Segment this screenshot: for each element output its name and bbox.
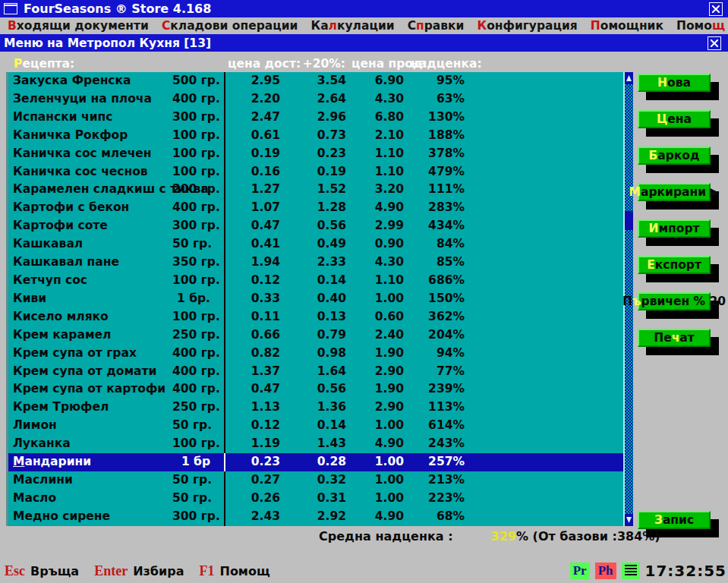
recipe-quantity: 100 гр. bbox=[172, 435, 219, 453]
recipe-margin: 378% bbox=[413, 145, 474, 163]
column-separator bbox=[219, 417, 230, 435]
recipe-cost-price: 0.61 bbox=[230, 127, 288, 145]
column-separator bbox=[219, 109, 230, 127]
table-row[interactable]: Кашкавал 50 гр. 0.41 0.49 0.90 84% bbox=[8, 235, 623, 254]
recipe-quantity: 350 гр. bbox=[172, 254, 219, 272]
printer-indicator[interactable]: Pr bbox=[570, 563, 590, 579]
header-margin: надценка: bbox=[411, 57, 471, 71]
table-row[interactable]: Кашкавал пане 350 гр. 1.94 2.33 4.30 85% bbox=[8, 254, 623, 272]
recipe-name: Зеленчуци на плоча bbox=[8, 90, 172, 109]
recipe-quantity: 1 бр. bbox=[172, 290, 219, 308]
scrollbar-thumb[interactable] bbox=[625, 211, 633, 230]
table-row[interactable]: Крем Трюфел 250 гр. 1.13 1.36 2.90 113% bbox=[8, 399, 623, 417]
recipe-cost-price: 2.95 bbox=[230, 72, 288, 90]
recipe-quantity: 300 гр. bbox=[172, 508, 219, 526]
action-button[interactable]: Първичен % 20 bbox=[638, 292, 711, 310]
table-row[interactable]: Медно сирене 300 гр. 2.43 2.92 4.90 68% bbox=[8, 508, 623, 526]
phone-indicator[interactable]: Ph bbox=[595, 563, 616, 579]
recipe-margin: 479% bbox=[413, 163, 474, 181]
menu-item[interactable]: Складови операции bbox=[162, 19, 298, 33]
close-icon bbox=[712, 5, 720, 13]
recipe-plus20: 0.49 bbox=[288, 235, 354, 254]
column-separator bbox=[219, 254, 230, 272]
column-separator bbox=[219, 163, 230, 181]
recipe-name: Крем Трюфел bbox=[8, 399, 172, 417]
table-row[interactable]: Лимон 50 гр. 0.12 0.14 1.00 614% bbox=[8, 417, 623, 435]
scroll-down-button[interactable] bbox=[625, 514, 633, 526]
recipe-name: Крем супа от грах bbox=[8, 345, 172, 363]
table-row[interactable]: Каничка сос млечен 100 гр. 0.19 0.23 1.1… bbox=[8, 145, 623, 163]
table-row[interactable]: Крем супа от грах 400 гр. 0.82 0.98 1.90… bbox=[8, 345, 623, 363]
recipe-cost-price: 1.07 bbox=[230, 199, 288, 217]
recipe-name: Луканка bbox=[8, 435, 172, 453]
menu-item[interactable]: Входящи документи bbox=[8, 19, 149, 33]
menu-item[interactable]: Помощник bbox=[591, 19, 663, 33]
table-row[interactable]: Крем супа от картофи 400 гр. 0.47 0.56 1… bbox=[8, 380, 623, 399]
menu-item[interactable]: Помощ bbox=[676, 19, 725, 33]
recipe-plus20: 2.96 bbox=[288, 109, 354, 127]
recipe-quantity: 50 гр. bbox=[172, 471, 219, 490]
action-button[interactable]: Цена bbox=[638, 110, 711, 128]
recipe-quantity: 250 гр. bbox=[172, 326, 219, 345]
menu-item[interactable]: Конфигурация bbox=[477, 19, 577, 33]
recipe-margin: 188% bbox=[413, 127, 474, 145]
recipe-sell-price: 2.40 bbox=[354, 326, 413, 345]
table-row[interactable]: Киви 1 бр. 0.33 0.40 1.00 150% bbox=[8, 290, 623, 308]
table-row[interactable]: Каничка Рокфор 100 гр. 0.61 0.73 2.10 18… bbox=[8, 127, 623, 145]
action-button[interactable]: Импорт bbox=[638, 219, 711, 238]
app-close-button[interactable] bbox=[709, 2, 723, 16]
recipe-quantity: 50 гр. bbox=[172, 417, 219, 435]
table-row[interactable]: Маслини 50 гр. 0.27 0.32 1.00 213% bbox=[8, 471, 623, 490]
action-button[interactable]: Експорт bbox=[638, 256, 711, 274]
recipe-plus20: 0.14 bbox=[288, 272, 354, 290]
list-icon[interactable] bbox=[622, 563, 640, 579]
recipe-sell-price: 4.90 bbox=[354, 435, 413, 453]
table-row[interactable]: Масло 50 гр. 0.26 0.31 1.00 223% bbox=[8, 490, 623, 508]
action-button[interactable]: Маркирани ▶ bbox=[638, 183, 711, 201]
table-row[interactable]: Кетчуп сос 100 гр. 0.12 0.14 1.10 686% bbox=[8, 272, 623, 290]
recipe-plus20: 0.32 bbox=[288, 471, 354, 490]
recipe-margin: 94% bbox=[413, 345, 474, 363]
recipe-margin: 434% bbox=[413, 217, 474, 235]
recipe-plus20: 0.56 bbox=[288, 380, 354, 399]
recipe-cost-price: 0.16 bbox=[230, 163, 288, 181]
action-button[interactable]: Печат bbox=[638, 329, 711, 347]
table-row[interactable]: Картофи с бекон 400 гр. 1.07 1.28 4.90 2… bbox=[8, 199, 623, 217]
recipe-name: Маслини bbox=[8, 471, 172, 490]
action-button[interactable]: Нова bbox=[638, 74, 711, 92]
recipe-cost-price: 0.41 bbox=[230, 235, 288, 254]
table-row[interactable]: Крем карамел 250 гр. 0.66 0.79 2.40 204% bbox=[8, 326, 623, 345]
table-row[interactable]: Испански чипс 300 гр. 2.47 2.96 6.80 130… bbox=[8, 109, 623, 127]
table-row[interactable]: Кисело мляко 100 гр. 0.11 0.13 0.60 362% bbox=[8, 308, 623, 326]
table-row[interactable]: Крем супа от домати 400 гр. 1.37 1.64 2.… bbox=[8, 363, 623, 381]
table-row[interactable]: Закуска Френска 500 гр. 2.95 3.54 6.90 9… bbox=[8, 72, 623, 90]
recipe-margin: 362% bbox=[413, 308, 474, 326]
recipe-name: Лимон bbox=[8, 417, 172, 435]
recipe-plus20: 0.19 bbox=[288, 163, 354, 181]
table-row[interactable]: Карамелен сладкиш с тиква 200 гр. 1.27 1… bbox=[8, 181, 623, 199]
recipe-sell-price: 4.90 bbox=[354, 508, 413, 526]
recipe-plus20: 2.92 bbox=[288, 508, 354, 526]
table-row[interactable]: Каничка сос чеснов 100 гр. 0.16 0.19 1.1… bbox=[8, 163, 623, 181]
recipe-cost-price: 0.19 bbox=[230, 145, 288, 163]
save-button[interactable]: Запис bbox=[638, 511, 711, 529]
recipe-cost-price: 2.47 bbox=[230, 109, 288, 127]
menu-item[interactable]: Калкулации bbox=[310, 19, 394, 33]
window-close-button[interactable] bbox=[708, 36, 721, 50]
table-row[interactable]: Луканка 100 гр. 1.19 1.43 4.90 243% bbox=[8, 435, 623, 453]
recipe-plus20: 1.43 bbox=[288, 435, 354, 453]
recipe-sell-price: 4.90 bbox=[354, 199, 413, 217]
key-action: Помощ bbox=[219, 564, 269, 578]
recipe-name: Киви bbox=[8, 290, 172, 308]
recipe-cost-price: 0.12 bbox=[230, 417, 288, 435]
recipe-sell-price: 1.10 bbox=[354, 272, 413, 290]
scroll-up-button[interactable] bbox=[625, 72, 633, 84]
table-row[interactable]: Мандарини 1 бр 0.23 0.28 1.00 257% bbox=[8, 453, 623, 471]
action-button[interactable]: Баркод bbox=[638, 147, 711, 165]
table-row[interactable]: Зеленчуци на плоча 400 гр. 2.20 2.64 4.3… bbox=[8, 90, 623, 109]
table-row[interactable]: Картофи соте 300 гр. 0.47 0.56 2.99 434% bbox=[8, 217, 623, 235]
recipe-quantity: 300 гр. bbox=[172, 109, 219, 127]
menu-item[interactable]: Справки bbox=[408, 19, 465, 33]
recipe-margin: 213% bbox=[413, 471, 474, 490]
clock: 17:32:55 bbox=[645, 562, 727, 580]
